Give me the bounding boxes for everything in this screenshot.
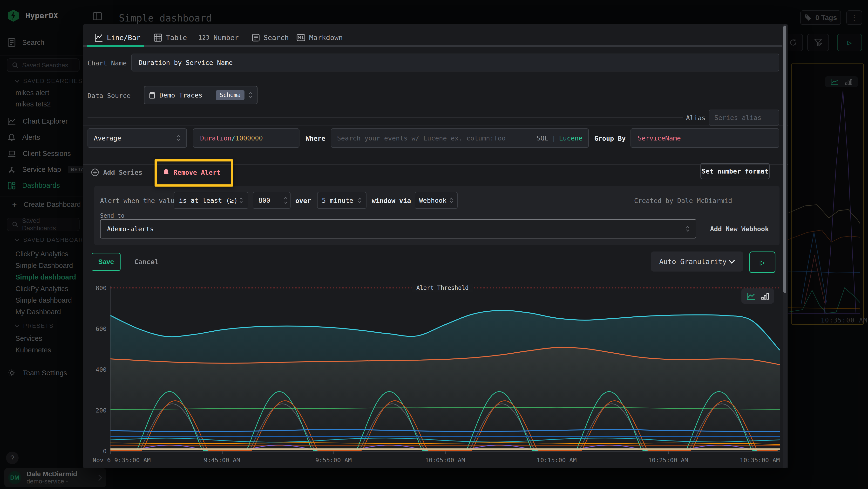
- alert-threshold-input[interactable]: 800: [253, 192, 290, 209]
- active-tab-indicator: [87, 45, 144, 47]
- data-source-select[interactable]: Demo Traces Schema: [144, 86, 257, 104]
- x-tick-label: 10:05:00 AM: [425, 457, 465, 464]
- y-tick-label: 200: [92, 407, 106, 414]
- chevron-down-icon: [728, 260, 735, 264]
- select-chevrons-icon: [248, 91, 253, 99]
- play-icon: ▷: [760, 257, 765, 267]
- pipe-separator: |: [552, 135, 556, 142]
- y-tick-label: 800: [92, 285, 106, 292]
- tab-markdown[interactable]: Markdown: [297, 31, 343, 45]
- over-label: over: [296, 197, 311, 204]
- x-tick-mark: [111, 451, 111, 454]
- series-alias-input[interactable]: Series alias: [709, 110, 779, 125]
- field-slash: /: [231, 135, 235, 142]
- markdown-icon: [297, 34, 305, 41]
- x-tick-label: 9:55:00 AM: [315, 457, 352, 464]
- x-tick-mark: [557, 451, 557, 454]
- select-chevrons-icon: [450, 197, 453, 204]
- chart-name-input[interactable]: Duration by Service Name: [131, 54, 779, 71]
- x-tick-mark: [668, 451, 669, 454]
- send-to-select[interactable]: #demo-alerts: [100, 219, 696, 238]
- tab-search[interactable]: Search: [252, 31, 289, 45]
- search-list-icon: [252, 34, 260, 41]
- sql-toggle[interactable]: SQL: [536, 135, 548, 142]
- alias-label: Alias: [686, 114, 706, 122]
- data-source-label: Data Source: [88, 92, 131, 99]
- x-tick-mark: [334, 451, 334, 454]
- alias-divider: [88, 117, 683, 118]
- remove-alert-button[interactable]: Remove Alert: [160, 165, 223, 180]
- select-chevrons-icon: [239, 197, 243, 204]
- x-tick-label: Nov 6 9:35:00 AM: [93, 457, 151, 464]
- number-spinner[interactable]: [281, 192, 290, 208]
- add-new-webhook-button[interactable]: Add New Webhook: [710, 219, 769, 238]
- lucene-search-input[interactable]: Search your events w/ Lucene ex. column:…: [331, 128, 589, 148]
- field-denominator: 1000000: [235, 135, 263, 142]
- alert-bell-icon: [163, 169, 169, 176]
- modal-scrollbar-thumb[interactable]: [783, 26, 786, 293]
- screen: HyperDX Search Saved Searches: [0, 0, 868, 489]
- x-tick-label: 10:15:00 AM: [537, 457, 577, 464]
- cancel-button[interactable]: Cancel: [134, 253, 159, 271]
- x-tick-label: 10:25:00 AM: [648, 457, 688, 464]
- x-tick-label: 9:45:00 AM: [204, 457, 240, 464]
- x-tick-mark: [780, 451, 780, 454]
- y-tick-label: 400: [92, 366, 106, 373]
- bar-chart-icon: [761, 292, 769, 300]
- alert-threshold-label: Alert Threshold: [411, 284, 473, 292]
- select-chevrons-icon: [686, 225, 689, 232]
- group-by-label: Group By: [594, 135, 626, 142]
- y-tick-label: 0: [92, 448, 106, 455]
- database-icon: [149, 91, 156, 99]
- run-chart-button[interactable]: ▷: [749, 252, 775, 273]
- granularity-select[interactable]: Auto Granularity: [651, 252, 743, 271]
- tab-line-bar[interactable]: Line/Bar: [94, 31, 141, 45]
- line-chart-icon: [747, 292, 755, 300]
- field-name: Duration: [200, 135, 231, 142]
- x-tick-mark: [445, 451, 445, 454]
- search-placeholder: Search your events w/ Lucene ex. column:…: [337, 135, 506, 142]
- alert-condition-select[interactable]: is at least (≥): [174, 192, 248, 209]
- select-chevrons-icon: [358, 197, 362, 204]
- alert-channel-select[interactable]: Webhook: [415, 192, 458, 209]
- select-chevrons-icon: [176, 134, 181, 142]
- alias-placeholder: Series alias: [714, 114, 762, 121]
- x-tick-mark: [222, 451, 222, 454]
- chart-area: 0200400600800 Nov 6 9:35:00 AM9:45:00 AM…: [92, 275, 786, 468]
- lucene-toggle[interactable]: Lucene: [559, 135, 583, 142]
- save-button[interactable]: Save: [92, 253, 121, 271]
- spinner-down-icon[interactable]: [284, 201, 287, 204]
- divider: [83, 125, 788, 126]
- spinner-up-icon[interactable]: [284, 197, 287, 199]
- send-to-label: Send to: [100, 212, 124, 219]
- alert-prefix-label: Alert when the value: [100, 197, 179, 204]
- alert-window-select[interactable]: 5 minute: [317, 192, 367, 209]
- aggregation-select[interactable]: Average: [88, 128, 187, 148]
- add-series-button[interactable]: Add Series: [91, 165, 143, 180]
- chart-type-toggle[interactable]: [741, 288, 774, 304]
- plus-circle-icon: [91, 169, 99, 176]
- y-tick-label: 600: [92, 325, 106, 333]
- line-chart-icon: [94, 33, 103, 42]
- 123-icon: 123: [198, 34, 210, 41]
- table-icon: [154, 33, 162, 42]
- chart-name-label: Chart Name: [88, 59, 127, 67]
- line-chart[interactable]: [111, 275, 780, 451]
- tab-number[interactable]: 123 Number: [198, 31, 239, 45]
- where-label: Where: [306, 135, 325, 142]
- window-via-label: window via: [372, 197, 411, 204]
- tabs-underline: [83, 45, 782, 47]
- tab-table[interactable]: Table: [154, 31, 187, 45]
- group-by-input[interactable]: ServiceName: [630, 128, 779, 148]
- field-expression-input[interactable]: Duration/1000000: [193, 128, 300, 148]
- chart-editor-modal: Line/Bar Table 123 Number Search: [83, 24, 788, 468]
- set-number-format-button[interactable]: Set number format: [701, 163, 770, 179]
- x-tick-label: 10:35:00 AM: [740, 457, 780, 464]
- schema-badge: Schema: [216, 90, 245, 100]
- created-by-label: Created by Dale McDiarmid: [634, 197, 732, 204]
